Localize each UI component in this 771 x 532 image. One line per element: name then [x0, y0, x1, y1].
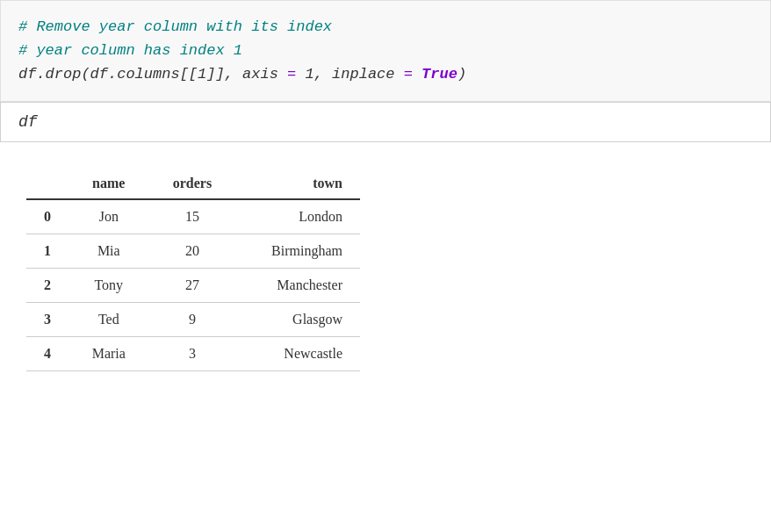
df-output-block: df — [0, 102, 771, 142]
cell-town: Newcastle — [235, 336, 360, 370]
df-label: df — [18, 113, 38, 131]
table-row: 2Tony27Manchester — [26, 268, 360, 302]
cell-index: 0 — [26, 199, 68, 234]
cell-orders: 20 — [149, 234, 236, 268]
cell-orders: 9 — [149, 302, 236, 336]
comment-line-2: # year column has index 1 — [18, 39, 753, 62]
cell-name: Maria — [68, 336, 149, 370]
table-row: 0Jon15London — [26, 199, 360, 234]
cell-town: Glasgow — [235, 302, 360, 336]
cell-name: Mia — [68, 234, 149, 268]
table-body: 0Jon15London1Mia20Birmingham2Tony27Manch… — [26, 199, 360, 371]
col-orders: orders — [149, 169, 236, 199]
col-name: name — [68, 169, 149, 199]
cell-town: Manchester — [235, 268, 360, 302]
table-row: 4Maria3Newcastle — [26, 336, 360, 370]
cell-index: 3 — [26, 302, 68, 336]
data-table: name orders town 0Jon15London1Mia20Birmi… — [26, 169, 360, 371]
col-town: town — [235, 169, 360, 199]
table-container: name orders town 0Jon15London1Mia20Birmi… — [0, 160, 771, 389]
code-text: df.drop(df.columns[[1]], axis — [18, 66, 287, 83]
code-num: 1, inplace — [305, 66, 403, 83]
cell-orders: 15 — [149, 199, 236, 234]
cell-index: 1 — [26, 234, 68, 268]
table-row: 1Mia20Birmingham — [26, 234, 360, 268]
equals-op: = — [287, 66, 305, 83]
cell-name: Jon — [68, 199, 149, 234]
cell-name: Tony — [68, 268, 149, 302]
cell-town: London — [235, 199, 360, 234]
cell-orders: 3 — [149, 336, 236, 370]
cell-index: 2 — [26, 268, 68, 302]
equals-op2: = — [404, 66, 422, 83]
table-header: name orders town — [26, 169, 360, 199]
cell-index: 4 — [26, 336, 68, 370]
table-row: 3Ted9Glasgow — [26, 302, 360, 336]
code-line: df.drop(df.columns[[1]], axis = 1, inpla… — [18, 62, 753, 86]
cell-orders: 27 — [149, 268, 236, 302]
header-row: name orders town — [26, 169, 360, 199]
comment-line-1: # Remove year column with its index — [18, 15, 753, 39]
cell-town: Birmingham — [235, 234, 360, 268]
cell-name: Ted — [68, 302, 149, 336]
true-keyword: True — [422, 66, 458, 83]
code-block: # Remove year column with its index # ye… — [0, 0, 771, 102]
col-index — [26, 169, 68, 199]
code-end: ) — [458, 66, 466, 83]
